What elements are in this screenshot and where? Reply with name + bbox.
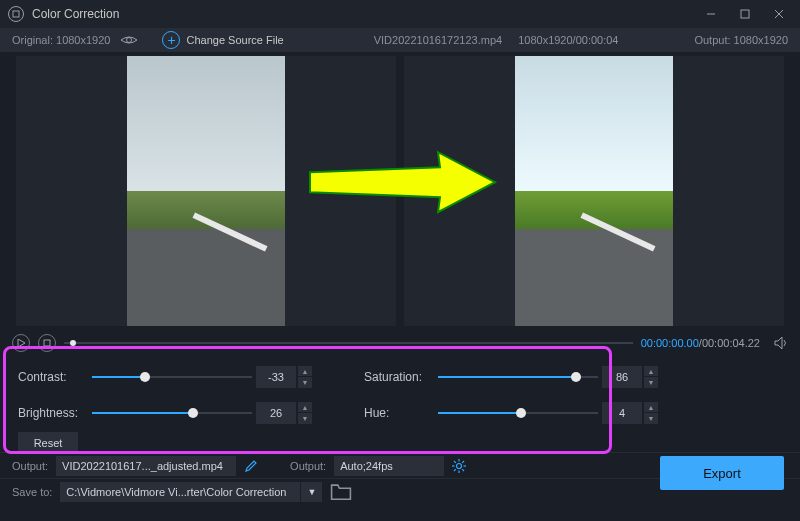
original-preview — [127, 56, 285, 326]
hue-stepper[interactable]: ▲▼ — [644, 402, 658, 424]
time-display: 00:00:00.00/00:00:04.22 — [641, 337, 760, 349]
original-preview-wrap — [16, 56, 396, 326]
hue-slider[interactable] — [438, 407, 598, 419]
svg-rect-0 — [13, 11, 19, 17]
svg-point-5 — [127, 38, 132, 43]
brightness-value[interactable]: 26 — [256, 402, 296, 424]
saturation-label: Saturation: — [364, 370, 434, 384]
saturation-slider[interactable] — [438, 371, 598, 383]
preview-area — [0, 52, 800, 330]
source-filename: VID20221016172123.mp4 — [374, 34, 502, 46]
titlebar: Color Correction — [0, 0, 800, 28]
brightness-slider[interactable] — [92, 407, 252, 419]
edit-filename-icon[interactable] — [244, 459, 258, 473]
svg-line-16 — [462, 469, 464, 471]
open-folder-button[interactable] — [330, 482, 352, 502]
adjusted-preview — [515, 56, 673, 326]
output-filename-value: VID2022101617..._adjusted.mp4 — [62, 460, 223, 472]
volume-icon[interactable] — [774, 336, 788, 350]
contrast-stepper[interactable]: ▲▼ — [298, 366, 312, 388]
svg-rect-8 — [44, 340, 50, 346]
output-resolution-label: Output: 1080x1920 — [694, 34, 788, 46]
saturation-stepper[interactable]: ▲▼ — [644, 366, 658, 388]
window-title: Color Correction — [32, 7, 694, 21]
brightness-label: Brightness: — [18, 406, 88, 420]
output-profile-label: Output: — [290, 460, 326, 472]
maximize-button[interactable] — [728, 2, 762, 26]
output-filename-box: VID2022101617..._adjusted.mp4 — [56, 456, 236, 476]
output-profile-box: Auto;24fps — [334, 456, 444, 476]
svg-line-15 — [454, 461, 456, 463]
total-time: 00:00:04.22 — [702, 337, 760, 349]
svg-point-10 — [457, 463, 462, 468]
infobar: Original: 1080x1920 + Change Source File… — [0, 28, 800, 52]
saveto-dropdown-button[interactable]: ▼ — [300, 482, 322, 502]
export-button[interactable]: Export — [660, 456, 784, 490]
saveto-path-box: C:\Vidmore\Vidmore Vi...rter\Color Corre… — [60, 482, 300, 502]
timeline-slider[interactable] — [64, 338, 633, 348]
current-time: 00:00:00.00 — [641, 337, 699, 349]
play-button[interactable] — [12, 334, 30, 352]
adjusted-preview-wrap — [404, 56, 784, 326]
preview-toggle-icon[interactable] — [120, 34, 138, 46]
svg-marker-7 — [18, 339, 25, 347]
hue-value[interactable]: 4 — [602, 402, 642, 424]
color-sliders-panel: Contrast: -33 ▲▼ Saturation: 86 ▲▼ Brigh… — [0, 356, 800, 452]
playback-bar: 00:00:00.00/00:00:04.22 — [0, 330, 800, 356]
svg-line-17 — [462, 461, 464, 463]
saveto-path-value: C:\Vidmore\Vidmore Vi...rter\Color Corre… — [66, 486, 286, 498]
svg-line-18 — [454, 469, 456, 471]
contrast-value[interactable]: -33 — [256, 366, 296, 388]
plus-circle-icon: + — [162, 31, 180, 49]
close-button[interactable] — [762, 2, 796, 26]
change-source-button[interactable]: + Change Source File — [162, 31, 283, 49]
hue-label: Hue: — [364, 406, 434, 420]
minimize-button[interactable] — [694, 2, 728, 26]
change-source-label: Change Source File — [186, 34, 283, 46]
contrast-slider[interactable] — [92, 371, 252, 383]
contrast-label: Contrast: — [18, 370, 88, 384]
original-resolution-label: Original: 1080x1920 — [12, 34, 110, 46]
output-filename-label: Output: — [12, 460, 48, 472]
svg-marker-9 — [775, 337, 782, 349]
output-settings-icon[interactable] — [452, 459, 466, 473]
brightness-stepper[interactable]: ▲▼ — [298, 402, 312, 424]
app-icon — [8, 6, 24, 22]
reset-button[interactable]: Reset — [18, 432, 78, 454]
svg-rect-2 — [741, 10, 749, 18]
output-profile-value: Auto;24fps — [340, 460, 393, 472]
saturation-value[interactable]: 86 — [602, 366, 642, 388]
stop-button[interactable] — [38, 334, 56, 352]
saveto-label: Save to: — [12, 486, 52, 498]
source-meta: 1080x1920/00:00:04 — [518, 34, 618, 46]
